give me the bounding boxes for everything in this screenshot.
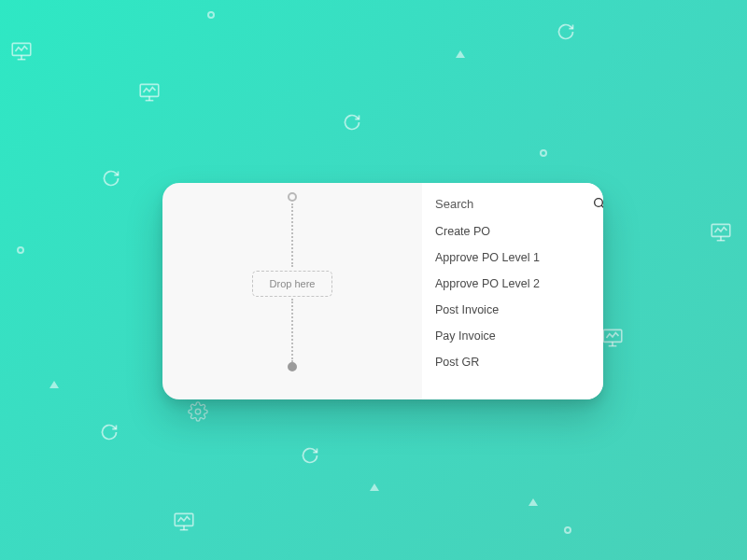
bg-monitor-icon [9, 39, 34, 63]
bg-triangle-icon [49, 381, 59, 388]
bg-refresh-icon [557, 22, 575, 41]
bg-monitor-icon [172, 510, 196, 534]
start-node[interactable] [288, 192, 297, 202]
svg-rect-3 [140, 84, 159, 96]
bg-monitor-icon [709, 220, 733, 245]
bg-monitor-icon [600, 326, 625, 350]
list-item[interactable]: Post GR [422, 349, 603, 375]
bg-circle-icon [207, 11, 215, 19]
svg-rect-12 [175, 513, 193, 525]
svg-rect-6 [712, 224, 730, 236]
list-item[interactable]: Pay Invoice [422, 323, 603, 349]
svg-rect-9 [603, 329, 622, 342]
workflow-builder-card: Drop here Create PO Approve PO Level 1 A… [162, 183, 603, 399]
list-item[interactable]: Approve PO Level 2 [422, 271, 603, 297]
svg-line-17 [601, 205, 603, 208]
workflow-canvas[interactable]: Drop here [162, 183, 422, 399]
bg-gear-icon [188, 401, 208, 422]
list-item[interactable]: Post Invoice [422, 297, 603, 323]
activity-panel: Create PO Approve PO Level 1 Approve PO … [422, 183, 603, 399]
bg-circle-icon [540, 149, 547, 157]
svg-rect-0 [12, 43, 31, 55]
svg-point-16 [595, 199, 603, 207]
bg-triangle-icon [529, 498, 538, 506]
bg-refresh-icon [301, 446, 319, 465]
svg-point-15 [195, 409, 201, 414]
connector-line [291, 299, 293, 362]
bg-circle-icon [17, 246, 24, 254]
search-row [422, 192, 603, 218]
activity-list: Create PO Approve PO Level 1 Approve PO … [422, 218, 603, 375]
search-icon[interactable] [592, 196, 603, 211]
connector-line [291, 203, 293, 267]
bg-triangle-icon [370, 483, 379, 491]
bg-monitor-icon [137, 80, 162, 105]
search-input[interactable] [435, 197, 592, 211]
bg-refresh-icon [102, 169, 120, 188]
drop-zone[interactable]: Drop here [252, 271, 332, 297]
bg-triangle-icon [456, 50, 465, 58]
bg-circle-icon [564, 526, 571, 534]
bg-refresh-icon [100, 423, 119, 441]
list-item[interactable]: Create PO [422, 218, 603, 245]
bg-refresh-icon [343, 113, 361, 132]
end-node[interactable] [288, 362, 297, 371]
list-item[interactable]: Approve PO Level 1 [422, 245, 603, 271]
